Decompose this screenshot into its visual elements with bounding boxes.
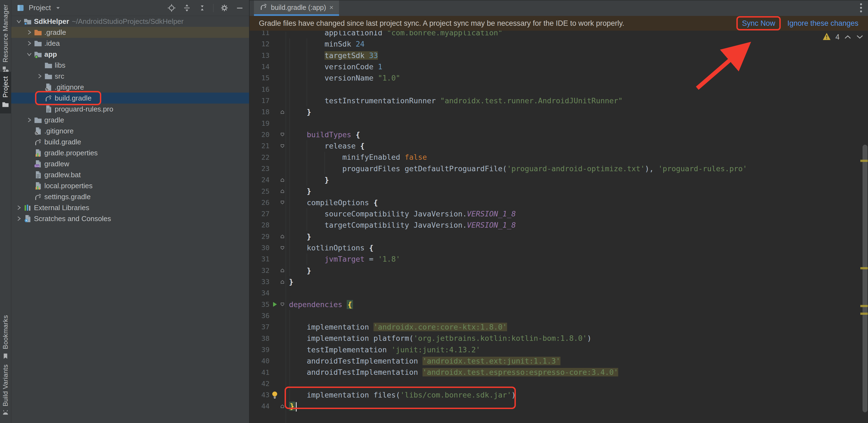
tree-item-build-gradle[interactable]: build.gradle <box>11 93 249 104</box>
code-line-19[interactable]: 19 <box>250 118 868 129</box>
fold-marker-icon[interactable] <box>280 279 285 285</box>
code-line-14[interactable]: 14 versionCode 1 <box>250 61 868 72</box>
line-number[interactable]: 20 <box>250 131 270 139</box>
code-line-22[interactable]: 22 minifyEnabled false <box>250 151 868 163</box>
chevron-down-icon[interactable] <box>54 4 62 12</box>
chevron-right-icon[interactable] <box>35 72 44 80</box>
line-number[interactable]: 42 <box>250 380 270 388</box>
code-line-25[interactable]: 25 } <box>250 186 868 197</box>
hide-panel-icon[interactable] <box>235 4 244 12</box>
line-number[interactable]: 19 <box>250 119 270 128</box>
project-view-icon[interactable] <box>16 4 25 12</box>
fold-marker-icon[interactable] <box>280 143 285 149</box>
panel-title[interactable]: Project <box>29 4 51 12</box>
code-line-38[interactable]: 38 implementation platform('org.jetbrain… <box>250 333 868 344</box>
code-line-35[interactable]: 35dependencies { <box>250 299 868 310</box>
line-number[interactable]: 38 <box>250 335 270 342</box>
code-line-18[interactable]: 18 } <box>250 106 868 117</box>
code-line-31[interactable]: 31 jvmTarget = '1.8' <box>250 253 868 265</box>
code-line-36[interactable]: 36 <box>250 310 868 321</box>
line-number[interactable]: 44 <box>250 402 270 410</box>
tree-item-gradle[interactable]: gradle <box>11 114 249 125</box>
fold-marker-icon[interactable] <box>280 177 285 183</box>
chevron-down-icon[interactable] <box>14 17 24 26</box>
line-number[interactable]: 18 <box>250 108 270 116</box>
tree-item-dot-gitignore[interactable]: .gitignore <box>11 125 249 136</box>
tree-item-external-libraries[interactable]: External Libraries <box>11 202 249 213</box>
tree-item-scratches-and-consoles[interactable]: Scratches and Consoles <box>11 213 249 224</box>
fold-marker-icon[interactable] <box>280 189 285 194</box>
prev-warning-chevron-up-icon[interactable] <box>844 34 851 40</box>
line-number[interactable]: 35 <box>250 301 270 309</box>
code-line-29[interactable]: 29 } <box>250 231 868 242</box>
chevron-right-icon[interactable] <box>14 203 24 212</box>
fold-marker-icon[interactable] <box>280 403 285 409</box>
code-line-13[interactable]: 13 targetSdk 33 <box>250 50 868 61</box>
warning-stripe-mark[interactable] <box>860 313 868 315</box>
line-number[interactable]: 27 <box>250 210 270 218</box>
code-line-42[interactable]: 42 <box>250 378 868 389</box>
line-number[interactable]: 12 <box>250 40 270 48</box>
line-number[interactable]: 37 <box>250 323 270 331</box>
line-number[interactable]: 17 <box>250 97 270 105</box>
warning-stripe-mark[interactable] <box>860 160 868 162</box>
code-line-39[interactable]: 39 testImplementation 'junit:junit:4.13.… <box>250 344 868 355</box>
warning-stripe-mark[interactable] <box>860 305 868 307</box>
code-line-17[interactable]: 17 testInstrumentationRunner "androidx.t… <box>250 95 868 106</box>
chevron-right-icon[interactable] <box>25 39 34 48</box>
line-number[interactable]: 33 <box>250 278 270 286</box>
line-number[interactable]: 40 <box>250 357 270 365</box>
ignore-changes-button[interactable]: Ignore these changes <box>787 19 859 28</box>
tab-build-gradle-app[interactable]: build.gradle (:app) × <box>254 1 339 16</box>
inspections-widget[interactable]: 4 <box>822 32 864 41</box>
line-number[interactable]: 39 <box>250 346 270 354</box>
line-number[interactable]: 30 <box>250 244 270 252</box>
code-line-23[interactable]: 23 proguardFiles getDefaultProguardFile(… <box>250 163 868 174</box>
tree-item-gradlew[interactable]: C++gradlew <box>11 158 249 169</box>
tree-item-gradlew-bat[interactable]: gradlew.bat <box>11 169 249 180</box>
code-line-16[interactable]: 16 <box>250 84 868 95</box>
run-gutter-icon[interactable] <box>270 301 280 308</box>
sync-now-button[interactable]: Sync Now <box>742 19 776 28</box>
code-line-32[interactable]: 32 } <box>250 265 868 276</box>
line-number[interactable]: 32 <box>250 266 270 275</box>
line-number[interactable]: 21 <box>250 142 270 150</box>
code-line-26[interactable]: 26 compileOptions { <box>250 197 868 208</box>
tree-item-gradle-properties[interactable]: gradle.properties <box>11 147 249 158</box>
tree-item-dot-gradle[interactable]: .gradle <box>11 27 249 38</box>
line-number[interactable]: 24 <box>250 176 270 184</box>
tree-item-src[interactable]: src <box>11 71 249 82</box>
code-line-34[interactable]: 34 <box>250 287 868 299</box>
code-line-21[interactable]: 21 release { <box>250 140 868 151</box>
code-line-44[interactable]: 44} <box>250 400 868 412</box>
code-line-30[interactable]: 30 kotlinOptions { <box>250 242 868 253</box>
line-number[interactable]: 26 <box>250 199 270 206</box>
code-line-43[interactable]: 43 implementation files('libs/com.bonree… <box>250 389 868 400</box>
tree-item-sdkhelper[interactable]: SdkHelper~/AndroidStudioProjects/SdkHelp… <box>11 16 249 27</box>
line-number[interactable]: 15 <box>250 74 270 82</box>
code-line-37[interactable]: 37 implementation 'androidx.core:core-kt… <box>250 321 868 333</box>
tree-item-dot-idea[interactable]: .idea <box>11 38 249 49</box>
tab-close-icon[interactable]: × <box>330 4 334 11</box>
chevron-right-icon[interactable] <box>14 215 24 223</box>
editor-options-kebab-icon[interactable] <box>860 3 862 12</box>
tree-item-proguard-rules-pro[interactable]: proguard-rules.pro <box>11 104 249 114</box>
line-number[interactable]: 29 <box>250 233 270 241</box>
line-number[interactable]: 43 <box>250 391 270 399</box>
line-number[interactable]: 36 <box>250 312 270 320</box>
fold-marker-icon[interactable] <box>280 200 285 205</box>
tool-window-button-build-variants[interactable]: Build Variants <box>0 364 11 417</box>
next-warning-chevron-down-icon[interactable] <box>856 34 864 40</box>
line-number[interactable]: 14 <box>250 63 270 71</box>
fold-marker-icon[interactable] <box>280 245 285 251</box>
fold-marker-icon[interactable] <box>280 109 285 115</box>
fold-marker-icon[interactable] <box>280 234 285 239</box>
tool-window-button-bookmarks[interactable]: Bookmarks <box>0 315 11 361</box>
code-line-15[interactable]: 15 versionName "1.0" <box>250 72 868 84</box>
tree-item-app[interactable]: app <box>11 49 249 60</box>
code-editor[interactable]: 11 applicationId "com.bonree.myapplicati… <box>250 16 868 423</box>
line-number[interactable]: 31 <box>250 255 270 263</box>
line-number[interactable]: 28 <box>250 221 270 229</box>
tree-item-local-properties[interactable]: local.properties <box>11 180 249 191</box>
line-number[interactable]: 41 <box>250 368 270 376</box>
